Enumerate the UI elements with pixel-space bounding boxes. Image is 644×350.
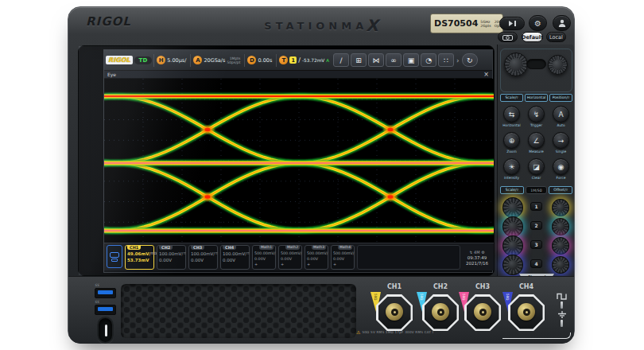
force-button[interactable]: ◉ xyxy=(553,158,569,175)
play-pause-icon xyxy=(508,20,517,27)
refresh-button[interactable]: ↻ xyxy=(462,53,478,67)
ch1-scale: 49.06mV/ xyxy=(127,251,150,257)
analysis-tool-button[interactable] xyxy=(107,245,122,268)
horizontal-scale-group[interactable]: H 5.00μs/ xyxy=(153,54,188,67)
intensity-button[interactable]: ☀ xyxy=(503,158,520,175)
message-area xyxy=(357,245,460,270)
channel-1-row: 1 xyxy=(498,197,575,216)
t-icon: T xyxy=(279,56,288,64)
ch4-scale-knob[interactable] xyxy=(502,255,523,275)
measure-button[interactable]: ∠ xyxy=(528,132,545,149)
usb-port-1[interactable] xyxy=(95,288,116,298)
mask-tool-button[interactable]: ▣ xyxy=(403,53,419,67)
math-box-1[interactable]: Math1 500.00mV/0.00V+ xyxy=(252,245,276,270)
power-icon xyxy=(105,325,107,336)
trigger-button[interactable]: ↯ xyxy=(528,106,545,122)
impedance-display[interactable]: 1M/50 xyxy=(526,186,548,194)
channel-4-row: 4 xyxy=(498,255,575,274)
user-button[interactable] xyxy=(553,15,571,31)
ch2-offset-knob[interactable] xyxy=(552,218,569,235)
zoom-button[interactable]: ⊕ xyxy=(503,132,520,149)
chevron-right-icon: › xyxy=(456,56,460,64)
toolbar-more-button[interactable]: › xyxy=(456,56,460,64)
ch4-enable-button[interactable]: 4 xyxy=(530,259,542,268)
channel-box-ch3[interactable]: CH3 100.00mV/≡ 0.00V xyxy=(188,245,218,270)
measure-tool-button[interactable]: ∕ xyxy=(333,53,349,67)
channel-box-ch4[interactable]: CH4 100.00mV/≡ 0.00V xyxy=(220,245,250,270)
ch1-bnc-connector[interactable]: 50Ω xyxy=(376,294,413,331)
decor-bracket-line xyxy=(502,332,571,339)
play-pause-button[interactable] xyxy=(499,17,525,30)
trigger-group[interactable]: T 1 ∕ -53.72mV A xyxy=(276,54,332,67)
ch2-scale-knob[interactable] xyxy=(502,216,523,237)
single-icon: → xyxy=(558,137,564,145)
search-tool-button[interactable]: ⊞ xyxy=(351,53,367,67)
ch1-enable-button[interactable]: 1 xyxy=(530,202,542,211)
math-box-2[interactable]: Math2 500.00mV/0.00V+ xyxy=(278,245,302,270)
clear-button[interactable]: ◪ xyxy=(528,158,545,175)
navigate-pill-button[interactable] xyxy=(526,59,546,69)
local-button[interactable]: Local xyxy=(546,32,566,42)
trigger-source-badge: 1 xyxy=(289,56,297,64)
channel-box-ch2[interactable]: CH2 100.00mV/≡ 0.00V xyxy=(157,245,186,270)
auto-button[interactable]: A xyxy=(553,106,569,122)
ch1-offset-knob[interactable] xyxy=(552,199,569,216)
ch3-bnc-connector[interactable]: 50Ω xyxy=(464,294,501,331)
probe-comp-signal-pin[interactable] xyxy=(561,301,563,309)
horizontal-button[interactable]: ⇆ xyxy=(503,106,520,122)
track-tool-button[interactable]: ∞ xyxy=(386,53,402,67)
ground-icon xyxy=(557,311,568,318)
binoculars-icon-small xyxy=(111,259,118,262)
function-button-grid: ⇆Horizontal ↯Trigger AAuto ⊕Zoom ∠Measur… xyxy=(499,104,573,183)
warning-icon: ⚠ xyxy=(356,329,360,335)
ch2-bnc-connector[interactable]: 50Ω xyxy=(422,294,459,331)
history-button[interactable]: ◔ xyxy=(421,53,436,67)
usb3-label: SS xyxy=(95,283,99,287)
ch4-offset-knob[interactable] xyxy=(552,256,569,274)
system-date: 2021/7/16 xyxy=(466,261,488,266)
horizontal-scale-knob[interactable] xyxy=(504,52,528,76)
ch3-enable-button[interactable]: 3 xyxy=(530,240,542,249)
input-rating-warning: ⚠ 50Ω 5V RMS 1MΩ 17pF 300V RMS CAT I xyxy=(356,329,433,335)
channel-knob-section: 1 2 3 4 xyxy=(498,197,575,274)
memory-badge: 4M xyxy=(474,250,480,255)
ch3-scale: 100.00mV/ xyxy=(191,251,215,257)
probe-comp-ground-pin[interactable] xyxy=(561,320,563,327)
apps-menu-button[interactable]: ∷ xyxy=(438,53,454,67)
math-box-3[interactable]: Math3 500.00mV/0.00V+ xyxy=(305,245,328,270)
math-box-4[interactable]: Math4 500.00mV/0.00V+ xyxy=(331,245,355,270)
square-wave-icon xyxy=(557,293,568,300)
apps-grid-icon: ∷ xyxy=(444,56,448,64)
ch1-scale-knob[interactable] xyxy=(502,197,523,218)
default-button[interactable]: Default xyxy=(522,32,543,42)
ch3-scale-knob[interactable] xyxy=(502,235,523,256)
usb-port-2[interactable] xyxy=(95,305,116,315)
clock-area: ↯ 4M ⚙ 09:37:49 2021/7/16 xyxy=(463,245,491,270)
delay-group[interactable]: D 0.00s xyxy=(244,54,274,67)
single-button[interactable]: → xyxy=(553,132,569,149)
sample-rate-value: 20GSa/s xyxy=(204,57,225,64)
ch3-offset-knob[interactable] xyxy=(552,237,569,255)
intensity-icon: ☀ xyxy=(508,163,514,171)
camera-icon xyxy=(502,34,513,41)
a-icon: A xyxy=(193,56,202,64)
close-icon[interactable]: × xyxy=(483,72,489,77)
connector-chassis: SS SS CH1 CH2 CH3 CH4 50Ω 50Ω 50Ω 50Ω ⚠ … xyxy=(68,276,574,344)
screenshot-button[interactable] xyxy=(498,32,518,42)
horizontal-position-knob[interactable] xyxy=(548,55,568,75)
horizontal-scale-value: 5.00μs/ xyxy=(167,57,186,64)
person-icon xyxy=(558,19,566,28)
eye-tool-button[interactable]: ⋈ xyxy=(368,53,384,67)
memory-depth: 1Mpts50ps/pt xyxy=(227,56,240,64)
ch4-bnc-connector[interactable]: 50Ω xyxy=(508,294,545,331)
channel-box-ch1[interactable]: CH1 49.06mV/≡Ω 53.73mV xyxy=(125,245,154,270)
force-icon: ◉ xyxy=(558,163,564,171)
acquire-group[interactable]: A 20GSa/s 1Mpts50ps/pt xyxy=(190,54,242,67)
acquisition-mode-badge[interactable]: TD xyxy=(134,56,153,64)
label-horizontal-scale: Scale/▿ xyxy=(500,94,523,102)
channel-2-row: 2 xyxy=(498,216,575,235)
ch2-enable-button[interactable]: 2 xyxy=(530,221,542,230)
touch-lock-button[interactable]: ⚙ xyxy=(529,15,547,31)
delay-value: 0.00s xyxy=(258,57,272,64)
power-button[interactable] xyxy=(97,317,114,344)
